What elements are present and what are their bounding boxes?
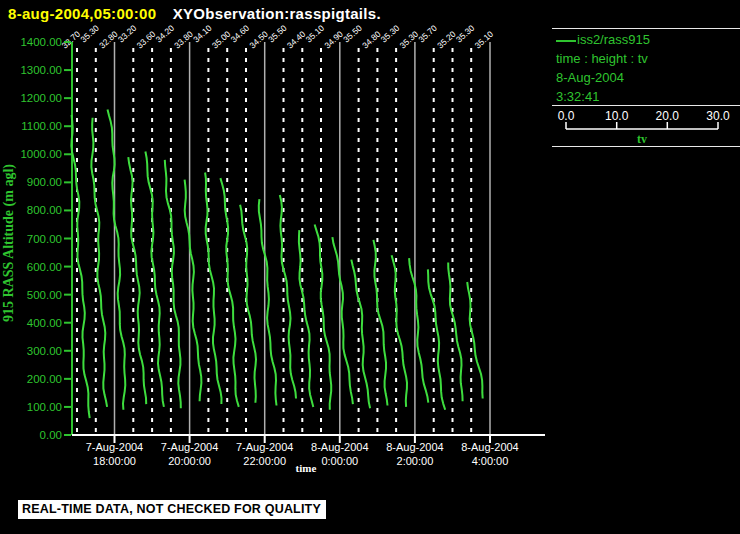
tv-value-label: 35.20 <box>435 29 458 51</box>
pigtail-trace <box>280 195 296 399</box>
window-header: 8-aug-2004,05:00:00 XYObservation:rasspi… <box>8 5 381 22</box>
y-tick-label: 1000.00 <box>20 148 62 160</box>
y-tick-label: 500.00 <box>27 289 62 301</box>
y-tick-label: 1300.00 <box>20 64 62 76</box>
legend-divider-bottom <box>552 146 740 147</box>
y-tick-label: 300.00 <box>27 345 62 357</box>
tv-value-label: 35.50 <box>266 23 289 45</box>
pigtail-trace <box>240 205 256 403</box>
tv-value-label: 35.50 <box>341 23 364 45</box>
pigtail-trace <box>108 109 126 409</box>
pigtail-trace <box>448 262 462 401</box>
legend-time: 3:32:41 <box>556 87 740 106</box>
tv-value-label: 33.80 <box>172 29 195 51</box>
tv-value-label: 35.00 <box>210 29 233 51</box>
x-axis-title: time <box>296 462 317 474</box>
legend-series-label: iss2/rass915 <box>577 32 650 47</box>
pigtail-trace <box>128 157 146 404</box>
y-tick-label: 400.00 <box>27 317 62 329</box>
legend-relation: time : height : tv <box>556 49 740 68</box>
pigtail-trace <box>392 255 407 407</box>
plot-window: 32.7035.3032.8033.2033.6034.2033.8034.10… <box>0 0 740 534</box>
legend-tv-ruler: 0.010.020.030.0tv <box>558 109 730 146</box>
legend-tv-tick-label: 30.0 <box>706 109 730 123</box>
pigtail-trace <box>71 115 89 418</box>
x-tick-time: 18:00:00 <box>93 455 136 467</box>
x-tick-date: 8-Aug-2004 <box>311 441 369 453</box>
tv-value-label: 33.60 <box>135 29 158 51</box>
y-tick-label: 1100.00 <box>21 120 62 132</box>
tv-value-label: 33.20 <box>116 23 139 45</box>
y-axis: 0.00100.00200.00300.00400.00500.00600.00… <box>1 36 72 441</box>
quality-warning-banner: REAL-TIME DATA, NOT CHECKED FOR QUALITY <box>18 500 326 519</box>
legend-date: 8-Aug-2004 <box>556 68 740 87</box>
x-tick-time: 0:00:00 <box>321 455 358 467</box>
pigtail-trace <box>409 258 428 403</box>
x-tick-date: 8-Aug-2004 <box>386 441 444 453</box>
pigtail-trace <box>428 269 445 409</box>
tv-value-label: 35.30 <box>398 29 421 51</box>
x-tick-date: 7-Aug-2004 <box>86 441 144 453</box>
y-tick-label: 800.00 <box>27 204 62 216</box>
page-title: XYObservation:rasspigtails. <box>173 5 381 22</box>
legend: iss2/rass915 time : height : tv 8-Aug-20… <box>556 30 740 106</box>
tv-value-label: 34.90 <box>322 29 345 51</box>
y-tick-label: 200.00 <box>27 373 62 385</box>
pigtail-trace <box>299 230 313 407</box>
tv-value-label: 34.40 <box>285 29 308 51</box>
series-line-swatch <box>556 40 576 42</box>
tv-value-label: 35.30 <box>379 23 402 45</box>
tv-value-label: 35.10 <box>473 29 496 51</box>
pigtail-trace <box>185 180 202 402</box>
x-axis: 7-Aug-200418:00:007-Aug-200420:00:007-Au… <box>72 435 545 474</box>
y-tick-label: 1200.00 <box>20 92 62 104</box>
tv-value-label: 34.80 <box>360 29 383 51</box>
x-tick-time: 4:00:00 <box>472 455 509 467</box>
tv-value-label: 34.10 <box>191 23 214 45</box>
pigtail-trace <box>332 237 353 404</box>
legend-tv-tick-label: 0.0 <box>558 109 575 123</box>
y-tick-label: 600.00 <box>27 261 62 273</box>
tv-value-labels: 32.7035.3032.8033.2033.6034.2033.8034.10… <box>60 23 496 51</box>
x-tick-date: 8-Aug-2004 <box>461 441 519 453</box>
x-tick-date: 7-Aug-2004 <box>161 441 219 453</box>
legend-divider-middle <box>552 105 740 106</box>
tv-value-label: 35.70 <box>416 23 439 45</box>
y-tick-label: 700.00 <box>27 233 62 245</box>
tv-value-label: 35.10 <box>304 23 327 45</box>
pigtail-trace <box>373 240 387 406</box>
pigtail-trace <box>259 199 277 405</box>
pigtail-trace <box>220 178 238 407</box>
y-tick-label: 0.00 <box>40 429 62 441</box>
tv-value-label: 32.80 <box>97 29 120 51</box>
x-tick-time: 22:00:00 <box>243 455 286 467</box>
tv-value-label: 32.70 <box>60 29 83 51</box>
tv-value-label: 35.30 <box>454 23 477 45</box>
x-tick-time: 2:00:00 <box>397 455 434 467</box>
pigtail-trace <box>315 225 332 410</box>
legend-tv-tick-label: 20.0 <box>656 109 680 123</box>
y-tick-label: 900.00 <box>27 176 62 188</box>
legend-tv-axis: 0.010.020.030.0tv <box>552 108 740 146</box>
pigtail-trace <box>351 260 370 409</box>
pigtail-trace <box>91 118 107 407</box>
legend-tv-axis-label: tv <box>637 132 647 146</box>
legend-divider-top <box>552 28 740 29</box>
y-tick-label: 1400.00 <box>20 36 62 48</box>
y-tick-label: 100.00 <box>27 401 62 413</box>
tv-value-label: 34.50 <box>247 29 270 51</box>
header-timestamp: 8-aug-2004,05:00:00 <box>8 5 156 22</box>
x-tick-date: 7-Aug-2004 <box>236 441 294 453</box>
time-gridlines <box>77 42 490 435</box>
pigtail-trace <box>467 282 483 399</box>
pigtail-trace <box>165 160 181 408</box>
x-tick-time: 20:00:00 <box>168 455 211 467</box>
legend-series-row: iss2/rass915 <box>556 30 740 49</box>
y-axis-title: 915 RASS Altitude (m agl) <box>1 164 17 322</box>
legend-tv-tick-label: 10.0 <box>605 109 629 123</box>
pigtail-trace <box>145 152 164 407</box>
